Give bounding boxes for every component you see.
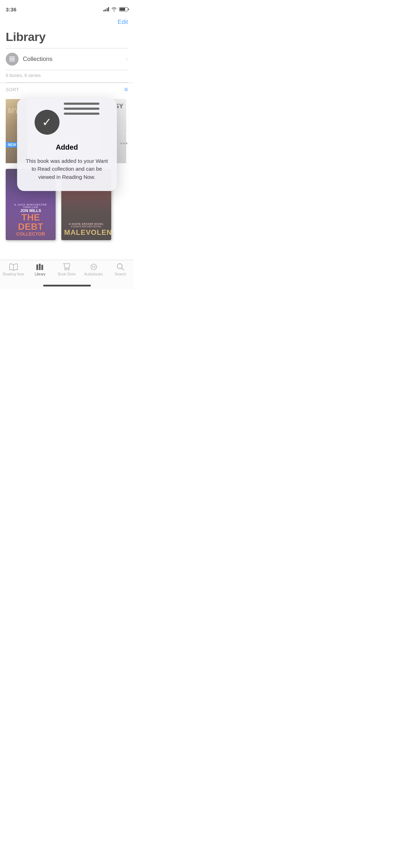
modal-title: Added [56, 143, 78, 151]
modal-overlay[interactable]: ✓ Added This book was added to your Want… [0, 0, 134, 289]
list-lines-icon [64, 103, 99, 115]
check-circle-icon: ✓ [35, 110, 60, 135]
modal-icon-area: ✓ [35, 110, 99, 138]
checkmark-icon: ✓ [42, 117, 52, 128]
modal-description: This book was added to your Want to Read… [26, 157, 108, 181]
added-modal: ✓ Added This book was added to your Want… [17, 98, 117, 191]
